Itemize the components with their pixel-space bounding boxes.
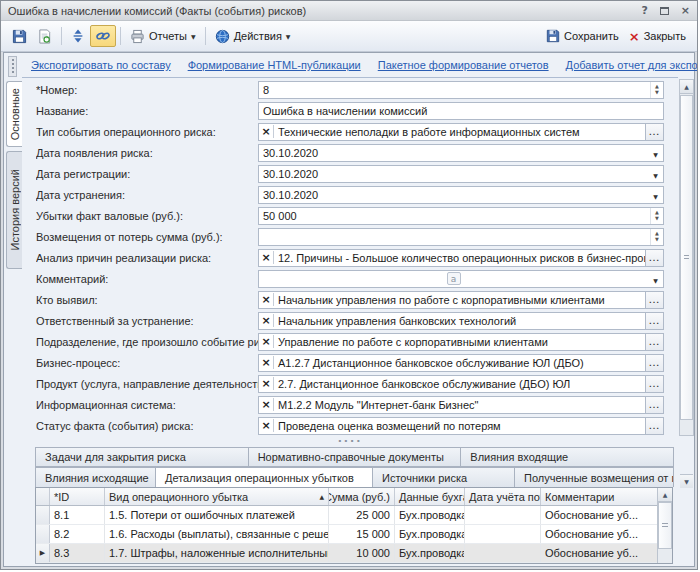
- clear-icon[interactable]: ×: [259, 293, 274, 306]
- help-icon[interactable]: ?: [641, 4, 647, 17]
- spin-down-icon: ▼: [655, 216, 659, 221]
- tab-received-compensations[interactable]: Полученные возмещения от потерь: [514, 467, 674, 487]
- link-export-by-composition[interactable]: Экспортировать по составу: [31, 59, 171, 71]
- department-lookup[interactable]: × Управление по работе с корпоративными …: [258, 333, 664, 351]
- lookup-ellipsis-icon[interactable]: …: [645, 397, 663, 413]
- field-label: Ответственный за устранение:: [36, 315, 258, 327]
- form-scrollbar[interactable]: ▲ ▼: [679, 79, 694, 436]
- responsible-lookup[interactable]: × Начальник управления банковских технол…: [258, 312, 664, 330]
- horizontal-splitter[interactable]: ····: [22, 436, 678, 447]
- column-header-loss-kind[interactable]: Вид операционного убытка ▲: [105, 488, 329, 505]
- link-toggle-button[interactable]: [90, 25, 116, 47]
- link-batch-reports[interactable]: Пакетное формирование отчетов: [378, 59, 549, 71]
- name-input[interactable]: Ошибка в начислении комиссий: [258, 102, 664, 120]
- field-label: Возмещения от потерь сумма (руб.):: [36, 231, 258, 243]
- scrollbar-thumb[interactable]: [680, 95, 693, 420]
- scroll-up-icon[interactable]: ▲: [680, 80, 693, 94]
- comment-input[interactable]: a ▼: [258, 270, 664, 288]
- field-label: Дата устранения:: [36, 189, 258, 201]
- actions-button[interactable]: Действия ▼: [210, 25, 296, 47]
- column-header-loss-date[interactable]: Дата учёта потери: [465, 488, 541, 505]
- side-tab-main[interactable]: Основные: [6, 81, 22, 147]
- identified-by-lookup[interactable]: × Начальник управления по работе с корпо…: [258, 291, 664, 309]
- lookup-ellipsis-icon[interactable]: …: [645, 124, 663, 140]
- lookup-ellipsis-icon[interactable]: …: [645, 313, 663, 329]
- risk-event-type-lookup[interactable]: × Технические неполадки в работе информа…: [258, 123, 664, 141]
- row-selector[interactable]: [36, 506, 50, 524]
- save-button-labeled[interactable]: Сохранить: [541, 25, 624, 47]
- link-add-report-export[interactable]: Добавить отчет для экспорта: [566, 59, 698, 71]
- side-tab-history[interactable]: История версий: [6, 151, 22, 269]
- tab-incoming-influences[interactable]: Влияния входящие: [460, 447, 674, 467]
- number-input[interactable]: 8 ▲ ▼: [258, 81, 664, 99]
- tab-regulatory-documents[interactable]: Нормативно-справочные документы: [248, 447, 462, 467]
- lookup-ellipsis-icon[interactable]: …: [645, 334, 663, 350]
- fit-height-button[interactable]: [66, 25, 90, 47]
- document-refresh-icon: [37, 29, 52, 44]
- field-value: 30.10.2020: [259, 147, 648, 159]
- date-dropdown-button[interactable]: ▼: [648, 168, 663, 180]
- table-row-selected[interactable]: ▶ 8.3 1.7. Штрафы, наложенные исполнител…: [36, 544, 657, 563]
- scrollbar-thumb[interactable]: [658, 502, 672, 549]
- chain-link-icon: [95, 29, 111, 43]
- tab-outgoing-influences[interactable]: Влияния исходящие: [35, 467, 156, 487]
- clear-icon[interactable]: ×: [259, 314, 274, 327]
- risk-status-lookup[interactable]: × Проведена оценка возмещений по потерям…: [258, 417, 664, 435]
- form-row-information-system: Информационная система: × М1.2.2 Модуль …: [22, 394, 664, 415]
- tab-loss-details[interactable]: Детализация операционных убытков: [155, 467, 373, 487]
- lookup-ellipsis-icon[interactable]: …: [645, 376, 663, 392]
- lookup-ellipsis-icon[interactable]: …: [645, 250, 663, 266]
- column-header-accounting[interactable]: Данные бухгалт...: [395, 488, 465, 505]
- table-row[interactable]: 8.2 1.6. Расходы (выплаты), связанные с …: [36, 525, 657, 544]
- form-row-loss-compensation: Возмещения от потерь сумма (руб.): ▲ ▼: [22, 226, 664, 247]
- refresh-document-button[interactable]: [32, 25, 57, 47]
- loss-compensation-input[interactable]: ▲ ▼: [258, 228, 664, 246]
- clear-icon[interactable]: ×: [259, 125, 274, 138]
- clear-icon[interactable]: ×: [259, 419, 274, 432]
- tab-risk-closing-tasks[interactable]: Задачи для закрытия риска: [35, 447, 249, 467]
- information-system-lookup[interactable]: × М1.2.2 Модуль "Интернет-банк Бизнес" …: [258, 396, 664, 414]
- column-header-id[interactable]: *ID: [50, 488, 105, 505]
- spinner-buttons[interactable]: ▲ ▼: [650, 82, 663, 98]
- panel-grip-handle[interactable]: [8, 56, 17, 77]
- link-html-publication[interactable]: Формирование HTML-публикации: [188, 59, 361, 71]
- close-button[interactable]: × Закрыть: [624, 25, 691, 47]
- tab-risk-sources[interactable]: Источники риска: [372, 467, 515, 487]
- product-lookup[interactable]: × 2.7. Дистанционное банковское обслужив…: [258, 375, 664, 393]
- side-tab-strip: Основные История версий: [4, 53, 22, 566]
- spinner-buttons[interactable]: ▲ ▼: [650, 208, 663, 224]
- elimination-date-input[interactable]: 30.10.2020 ▼: [258, 186, 664, 204]
- window-close-icon[interactable]: ×: [681, 4, 690, 17]
- clear-icon[interactable]: ×: [259, 335, 274, 348]
- gross-loss-input[interactable]: 50 000 ▲ ▼: [258, 207, 664, 225]
- table-row[interactable]: 8.1 1.5. Потери от ошибочных платежей 25…: [36, 506, 657, 525]
- current-row-marker-icon[interactable]: ▶: [36, 544, 50, 562]
- reports-button[interactable]: Отчеты ▼: [125, 25, 201, 47]
- lookup-ellipsis-icon[interactable]: …: [645, 292, 663, 308]
- lookup-ellipsis-icon[interactable]: …: [645, 418, 663, 434]
- clear-icon[interactable]: ×: [259, 377, 274, 390]
- scroll-down-icon[interactable]: ▼: [680, 474, 693, 488]
- field-label: Бизнес-процесс:: [36, 357, 258, 369]
- clear-icon[interactable]: ×: [259, 356, 274, 369]
- cause-analysis-lookup[interactable]: × 12. Причины - Большое количество опера…: [258, 249, 664, 267]
- save-button[interactable]: [7, 25, 32, 47]
- clear-icon[interactable]: ×: [259, 251, 274, 264]
- column-header-comments[interactable]: Комментарии: [541, 488, 657, 505]
- lookup-ellipsis-icon[interactable]: …: [645, 355, 663, 371]
- field-label: Кто выявил:: [36, 294, 258, 306]
- table-scrollbar[interactable]: ▲ ▼: [657, 488, 672, 563]
- row-selector[interactable]: [36, 525, 50, 543]
- comment-dropdown-button[interactable]: ▼: [648, 273, 663, 285]
- spinner-buttons[interactable]: ▲ ▼: [650, 229, 663, 245]
- text-placeholder-icon: a: [447, 272, 461, 285]
- date-dropdown-button[interactable]: ▼: [648, 147, 663, 159]
- clear-icon[interactable]: ×: [259, 398, 274, 411]
- column-header-sum[interactable]: Сумма (руб.): [329, 488, 395, 505]
- scroll-up-icon[interactable]: ▲: [658, 488, 672, 502]
- registration-date-input[interactable]: 30.10.2020 ▼: [258, 165, 664, 183]
- risk-appearance-date-input[interactable]: 30.10.2020 ▼: [258, 144, 664, 162]
- business-process-lookup[interactable]: × А1.2.7 Дистанционное банковское обслуж…: [258, 354, 664, 372]
- maximize-icon[interactable]: [660, 7, 669, 15]
- date-dropdown-button[interactable]: ▼: [648, 189, 663, 201]
